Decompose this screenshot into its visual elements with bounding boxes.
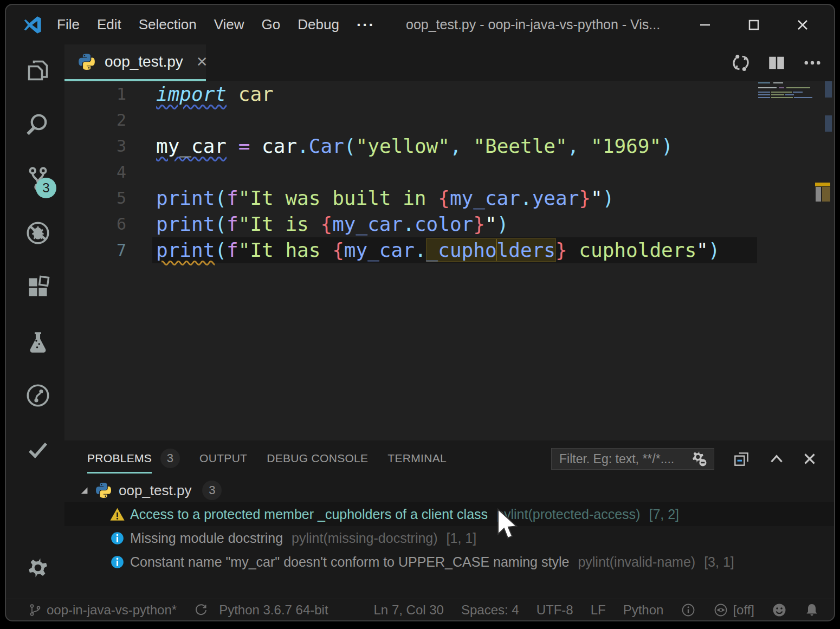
minimap-line: [758, 94, 770, 95]
panel-tabs: PROBLEMS3OUTPUTDEBUG CONSOLETERMINAL: [87, 440, 447, 476]
line-number-2: 2: [97, 107, 126, 133]
status-notifications[interactable]: [804, 602, 819, 618]
eye-icon: [713, 602, 728, 618]
maximize-button[interactable]: [742, 5, 766, 44]
overview-ruler-mark: [815, 183, 830, 186]
minimap-line: [779, 87, 784, 88]
panel-tab-debug-console[interactable]: DEBUG CONSOLE: [267, 440, 368, 476]
problems-filter-input[interactable]: Filter. Eg: text, **/*....: [551, 448, 714, 470]
filter-icon[interactable]: [690, 450, 708, 468]
problem-source: pylint(missing-docstring): [292, 530, 438, 546]
info-circle-icon: [681, 602, 696, 618]
overview-ruler-mark: [825, 81, 832, 98]
problem-row-1[interactable]: Access to a protected member _cupholders…: [64, 502, 834, 526]
panel-tab-problems[interactable]: PROBLEMS3: [87, 440, 180, 476]
problem-row-2[interactable]: Missing module docstringpylint(missing-d…: [64, 526, 834, 550]
minimap-line: [758, 87, 777, 88]
line-number-5: 5: [97, 185, 126, 211]
problem-row-3[interactable]: Constant name "my_car" doesn't conform t…: [64, 550, 834, 574]
minimap-line: [758, 97, 770, 98]
menu-debug[interactable]: Debug: [298, 16, 339, 34]
sync-icon: [194, 603, 208, 617]
activity-bar-gear-icon[interactable]: [25, 555, 51, 581]
collapse-all-icon[interactable]: [730, 448, 753, 470]
editor-more-actions-icon[interactable]: [802, 44, 823, 81]
code-line-6: 6print(f"It is {my_car.color}"): [64, 211, 834, 237]
info-icon: [109, 530, 125, 546]
activity-bar: 3: [6, 44, 64, 599]
python-file-icon: [77, 53, 96, 71]
tab-label: oop_test.py: [105, 53, 183, 70]
warning-icon: [109, 507, 125, 522]
activity-bar-extensions-icon[interactable]: [25, 274, 51, 300]
activity-bar-files-icon[interactable]: [25, 57, 51, 83]
menu-selection[interactable]: Selection: [139, 16, 197, 34]
menu-file[interactable]: File: [57, 16, 80, 34]
problems-file-group[interactable]: oop_test.py 3: [64, 478, 834, 502]
code-line-4: 4: [64, 159, 834, 185]
minimap-line: [771, 94, 784, 95]
minimap-line: [758, 82, 770, 83]
menu-[interactable]: ···: [357, 16, 375, 34]
line-number-3: 3: [97, 133, 126, 159]
problem-message: Access to a protected member _cupholders…: [130, 507, 488, 522]
menu-go[interactable]: Go: [262, 16, 281, 34]
panel-tab-terminal[interactable]: TERMINAL: [387, 440, 447, 476]
minimap-line: [771, 92, 792, 93]
minimize-button[interactable]: [693, 5, 717, 44]
editor-tab-bar: oop_test.py ✕: [64, 44, 834, 81]
info-icon: [109, 554, 125, 570]
status-sync-button[interactable]: [194, 603, 208, 617]
status-python-info[interactable]: [681, 602, 696, 618]
activity-bar-debug-disabled-icon[interactable]: [25, 220, 51, 246]
status-eol[interactable]: LF: [591, 602, 606, 618]
code-line-7: 7print(f"It has {my_car._cupholders} cup…: [64, 237, 834, 263]
window-title: oop_test.py - oop-in-java-vs-python - Vi…: [406, 5, 660, 44]
sync-changes-icon[interactable]: [730, 44, 752, 81]
status-branch-indicator[interactable]: oop-in-java-vs-python*: [28, 602, 177, 618]
activity-bar-check-icon[interactable]: [25, 437, 51, 463]
problem-position: [3, 1]: [704, 554, 734, 570]
tab-close-icon[interactable]: ✕: [196, 54, 208, 70]
activity-bar-search-icon[interactable]: [25, 112, 51, 138]
smiley-icon: [772, 602, 787, 618]
overview-ruler-mark: [816, 187, 821, 202]
close-button[interactable]: [791, 5, 815, 44]
minimap-line: [773, 82, 783, 83]
status-cursor-position[interactable]: Ln 7, Col 30: [374, 602, 444, 618]
source-control-badge: 3: [36, 178, 56, 198]
activity-bar-beaker-icon[interactable]: [25, 329, 51, 355]
minimap-line: [785, 94, 794, 95]
minimap-line: [758, 92, 770, 93]
problem-position: [1, 1]: [447, 530, 477, 546]
status-live-share[interactable]: [off]: [713, 602, 754, 618]
problem-source: pylint(invalid-name): [578, 554, 695, 570]
code-line-5: 5print(f"It was built in {my_car.year}"): [64, 185, 834, 211]
menu-view[interactable]: View: [214, 16, 244, 34]
status-encoding[interactable]: UTF-8: [537, 602, 573, 618]
close-panel-icon[interactable]: [798, 448, 821, 470]
mouse-cursor: [497, 508, 521, 544]
minimap-line: [793, 92, 803, 93]
minimap-line: [794, 97, 812, 98]
vscode-logo-icon: [23, 15, 43, 35]
panel-tab-output[interactable]: OUTPUT: [199, 440, 247, 476]
status-feedback[interactable]: [772, 602, 787, 618]
problems-count-badge: 3: [160, 449, 180, 468]
bell-icon: [804, 602, 819, 618]
problems-file-name: oop_test.py: [119, 482, 191, 499]
line-number-4: 4: [97, 159, 126, 185]
status-indentation[interactable]: Spaces: 4: [461, 602, 519, 618]
status-bar: oop-in-java-vs-python*Python 3.6.7 64-bi…: [6, 599, 834, 620]
activity-bar-profile-icon[interactable]: [25, 382, 51, 408]
twistie-expanded-icon: [79, 485, 89, 496]
maximize-panel-icon[interactable]: [765, 448, 788, 470]
split-editor-icon[interactable]: [766, 44, 787, 81]
status-language-mode[interactable]: Python: [623, 602, 664, 618]
problem-message: Missing module docstring: [130, 530, 283, 546]
menu-edit[interactable]: Edit: [97, 16, 121, 34]
code-editor[interactable]: 1import car23my_car = car.Car("yellow", …: [64, 81, 834, 440]
bottom-panel: PROBLEMS3OUTPUTDEBUG CONSOLETERMINAL Fil…: [64, 440, 834, 599]
status-python-interpreter[interactable]: Python 3.6.7 64-bit: [219, 602, 328, 618]
tab-oop-test-py[interactable]: oop_test.py ✕: [64, 44, 206, 81]
